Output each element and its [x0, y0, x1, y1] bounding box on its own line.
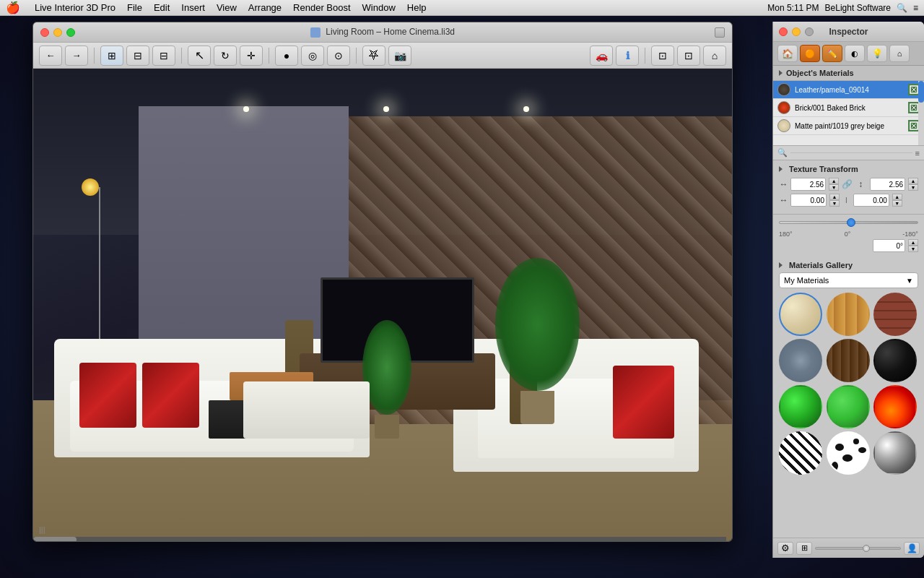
- point-mode[interactable]: ●: [275, 46, 298, 66]
- scale-x-up[interactable]: ▲: [829, 178, 839, 184]
- offset-y-input[interactable]: 0.00: [853, 194, 889, 207]
- offset-x-down[interactable]: ▼: [829, 200, 840, 207]
- material-grid-fire[interactable]: [873, 385, 917, 428]
- align-button[interactable]: ⛧: [362, 46, 385, 66]
- scale-x-label: ↔: [779, 179, 788, 189]
- select-tool[interactable]: ↖: [188, 46, 211, 66]
- scale-y-up[interactable]: ▲: [908, 178, 918, 184]
- scale-x-down[interactable]: ▼: [829, 184, 839, 191]
- scale-x-input[interactable]: 2.56: [790, 178, 826, 191]
- apple-menu[interactable]: 🍎: [6, 1, 20, 14]
- tab-render[interactable]: ◐: [845, 45, 865, 62]
- material-grid-chrome[interactable]: [873, 431, 917, 475]
- material-grid-dalmatian[interactable]: [827, 431, 870, 475]
- menu-arrange[interactable]: Arrange: [248, 2, 282, 13]
- material-grid-brick[interactable]: [873, 293, 917, 336]
- material-item-3[interactable]: Matte paint/1019 grey beige: [773, 117, 924, 135]
- materials-scrollbar-thumb[interactable]: [918, 81, 924, 103]
- material-grid-wood-light[interactable]: [827, 293, 870, 336]
- plant-large: [495, 258, 579, 424]
- offset-x-stepper[interactable]: ▲ ▼: [829, 194, 840, 207]
- inspector-close-button[interactable]: [779, 27, 788, 36]
- frame-button[interactable]: ⊡: [651, 46, 674, 66]
- scale-y-down[interactable]: ▼: [908, 184, 918, 191]
- material-grid: [779, 293, 918, 475]
- rotation-thumb[interactable]: [847, 218, 855, 227]
- menu-edit[interactable]: Edit: [154, 2, 170, 13]
- menubar-status: Mon 5:11 PM: [767, 3, 819, 13]
- rotation-slider-container[interactable]: [779, 217, 918, 228]
- menu-view[interactable]: View: [217, 2, 237, 13]
- search-menu-icon[interactable]: ≡: [915, 149, 920, 158]
- house-button[interactable]: ⌂: [703, 46, 726, 66]
- viewport[interactable]: |||: [33, 69, 733, 542]
- materials-list[interactable]: Leather/pamela_09014 Brick/001 Baked Bri…: [773, 81, 924, 146]
- offset-y-down[interactable]: ▼: [892, 200, 902, 207]
- window-maximize-button[interactable]: [66, 28, 75, 37]
- person-icon[interactable]: 👤: [904, 542, 920, 555]
- viewport-scrollbar[interactable]: [33, 537, 726, 542]
- camera-button[interactable]: 📷: [388, 46, 411, 66]
- car-button[interactable]: 🚗: [590, 46, 613, 66]
- material-grid-wood-dark[interactable]: [827, 339, 870, 382]
- inspector-maximize-button[interactable]: [805, 27, 814, 36]
- rotation-up[interactable]: ▲: [908, 239, 918, 246]
- menu-render[interactable]: Render Boost: [293, 2, 351, 13]
- face-mode[interactable]: ⊙: [327, 46, 350, 66]
- tab-texture[interactable]: ✏️: [822, 45, 842, 62]
- inspector-minimize-button[interactable]: [792, 27, 801, 36]
- scale-y-stepper[interactable]: ▲ ▼: [908, 178, 918, 191]
- plan-button[interactable]: ⊟: [152, 46, 175, 66]
- scale-y-input[interactable]: 2.56: [870, 178, 905, 191]
- elevation-button[interactable]: ⊟: [126, 46, 149, 66]
- viewport-scrollbar-thumb[interactable]: [33, 537, 77, 542]
- material-grid-zebra[interactable]: [779, 431, 822, 475]
- window-restore-button[interactable]: [715, 27, 725, 38]
- material-swatch-3: [777, 119, 790, 132]
- scale-x-stepper[interactable]: ▲ ▼: [829, 178, 839, 191]
- rotation-value-input[interactable]: 0°: [873, 239, 905, 252]
- tab-light[interactable]: 💡: [867, 45, 887, 62]
- back-button[interactable]: ←: [39, 46, 62, 66]
- menubar-menu-icon[interactable]: ≡: [913, 3, 918, 13]
- spot-3: [842, 454, 853, 462]
- menu-help[interactable]: Help: [407, 2, 427, 13]
- tab-material[interactable]: 🟠: [800, 45, 820, 62]
- offset-y-up[interactable]: ▲: [892, 194, 902, 200]
- menu-file[interactable]: File: [127, 2, 142, 13]
- material-grid-beige[interactable]: [779, 293, 822, 336]
- material-grid-green[interactable]: [779, 385, 822, 428]
- edge-mode[interactable]: ◎: [301, 46, 324, 66]
- menu-insert[interactable]: Insert: [181, 2, 205, 13]
- rotation-stepper[interactable]: ▲ ▼: [908, 239, 918, 252]
- material-item-2[interactable]: Brick/001 Baked Brick: [773, 99, 924, 117]
- gallery-dropdown[interactable]: My Materials ▼: [779, 272, 918, 288]
- grid-view-button[interactable]: ⊞: [796, 542, 812, 555]
- materials-scrollbar[interactable]: [918, 81, 924, 145]
- material-grid-black[interactable]: [873, 339, 917, 382]
- forward-button[interactable]: →: [65, 46, 88, 66]
- offset-y-stepper[interactable]: ▲ ▼: [892, 194, 902, 207]
- tab-model[interactable]: ⌂: [889, 45, 910, 62]
- menubar-search-icon[interactable]: 🔍: [897, 3, 907, 13]
- 2d-view-button[interactable]: ⊞: [100, 46, 123, 66]
- zoom-slider-thumb[interactable]: [863, 545, 870, 552]
- material-item-1[interactable]: Leather/pamela_09014: [773, 81, 924, 99]
- scene-back-wall: [139, 106, 349, 367]
- window-minimize-button[interactable]: [53, 28, 62, 37]
- home-view-button[interactable]: ⊡: [677, 46, 700, 66]
- rotation-down[interactable]: ▼: [908, 246, 918, 252]
- tab-room[interactable]: 🏠: [777, 45, 798, 62]
- material-grid-concrete[interactable]: [779, 339, 822, 382]
- add-material-button[interactable]: ⚙: [777, 542, 793, 555]
- info-button[interactable]: ℹ: [616, 46, 639, 66]
- window-close-button[interactable]: [40, 28, 49, 37]
- move-tool[interactable]: ✛: [240, 46, 263, 66]
- menu-app[interactable]: Live Interior 3D Pro: [35, 2, 116, 13]
- menu-window[interactable]: Window: [362, 2, 396, 13]
- offset-x-input[interactable]: 0.00: [790, 194, 827, 207]
- rotate-tool[interactable]: ↻: [214, 46, 237, 66]
- zoom-slider[interactable]: [815, 547, 901, 550]
- material-grid-green2[interactable]: [827, 385, 870, 428]
- offset-x-up[interactable]: ▲: [829, 194, 840, 200]
